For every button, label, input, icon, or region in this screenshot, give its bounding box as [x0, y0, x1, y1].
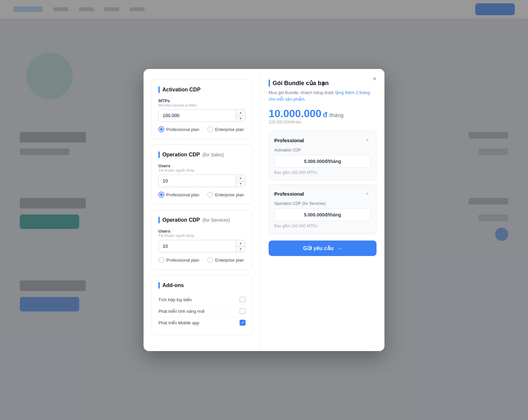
services-enterprise-radio-circle	[207, 257, 213, 263]
mtps-spinner[interactable]: 100.000 ▲ ▼	[158, 109, 246, 122]
services-users-field: Users Tài khoản người dùng 10 ▲ ▼	[158, 229, 246, 252]
modal-close-button[interactable]: ×	[370, 74, 379, 83]
services-professional-label: Professional plan	[166, 258, 199, 263]
price-currency: đ	[323, 111, 327, 119]
operation-cdp-services-title-row: Operation CDP (for Services)	[158, 217, 246, 223]
activation-professional-label: Professional plan	[166, 127, 199, 132]
submit-button[interactable]: Gửi yêu cầu →	[269, 241, 377, 256]
right-subtitle-text-normal: Mua gói Bundle, khách hàng được	[269, 90, 335, 95]
mtps-sublabel: Monthly tracked profiles	[158, 103, 246, 107]
bundle-card-1-close[interactable]: ×	[364, 190, 371, 197]
sales-professional-radio-circle	[158, 192, 164, 198]
sales-users-label: Users	[158, 163, 246, 168]
addon-label-1: Phát triển tính năng mới	[158, 309, 205, 314]
bundle-card-1-price: 5.000.000đ/tháng	[274, 209, 371, 221]
spinner-up[interactable]: ▲	[236, 110, 245, 116]
submit-label: Gửi yêu cầu	[303, 245, 333, 251]
operation-cdp-sales-title: Operation CDP	[162, 152, 200, 158]
bundle-card-0-close[interactable]: ×	[364, 137, 371, 144]
activation-enterprise-radio-circle	[207, 126, 213, 132]
right-title-row: Gói Bundle của bạn	[269, 80, 377, 87]
addon-item-0: Tích hợp tùy biến	[158, 294, 246, 306]
right-title-bar-decoration	[269, 80, 270, 87]
spinner-down[interactable]: ▼	[236, 246, 245, 252]
sales-enterprise-radio-circle	[207, 192, 213, 198]
submit-arrow-icon: →	[337, 245, 342, 251]
spinner-arrows: ▲ ▼	[236, 175, 245, 187]
activation-enterprise-radio[interactable]: Enterprise plan	[207, 126, 244, 132]
services-professional-radio[interactable]: Professional plan	[158, 257, 199, 263]
modal-left-panel: Activation CDP MTPs Monthly tracked prof…	[144, 69, 261, 351]
services-users-sublabel: Tài khoản người dùng	[158, 234, 246, 238]
mtps-field: MTPs Monthly tracked profiles 100.000 ▲ …	[158, 98, 246, 122]
bundle-card-0-includes: Bao gồm 100.000 MTPs	[274, 170, 371, 175]
spinner-up[interactable]: ▲	[236, 175, 245, 181]
bundle-card-0-header: Professional ×	[274, 137, 371, 144]
spinner-arrows: ▲ ▼	[236, 110, 245, 121]
spinner-down[interactable]: ▼	[236, 116, 245, 122]
addon-checkbox-2[interactable]	[240, 320, 246, 326]
bundle-card-0-subtitle: Activation CDP	[274, 148, 371, 152]
addons-title: Add-ons	[162, 282, 184, 288]
bundle-card-1-header: Professional ×	[274, 190, 371, 197]
title-bar-decoration	[158, 282, 160, 289]
spinner-down[interactable]: ▼	[236, 181, 245, 187]
sales-professional-radio[interactable]: Professional plan	[158, 192, 199, 198]
addon-item-1: Phát triển tính năng mới	[158, 306, 246, 317]
right-panel-title: Gói Bundle của bạn	[273, 80, 329, 87]
bundle-card-1: Professional × Operation CDP (for Servic…	[269, 184, 377, 234]
activation-plan-radio-group: Professional plan Enterprise plan	[158, 126, 246, 132]
sales-plan-radio-group: Professional plan Enterprise plan	[158, 192, 246, 198]
addons-section: Add-ons Tích hợp tùy biến Phát triển tín…	[151, 275, 252, 335]
bundle-card-1-title: Professional	[274, 191, 304, 197]
sales-users-field: Users Tài khoản người dùng 10 ▲ ▼	[158, 163, 246, 187]
services-users-label: Users	[158, 229, 246, 234]
sales-users-sublabel: Tài khoản người dùng	[158, 168, 246, 173]
operation-cdp-services-subtitle: (for Services)	[203, 217, 230, 223]
services-enterprise-label: Enterprise plan	[215, 258, 244, 263]
addon-label-0: Tích hợp tùy biến	[158, 297, 192, 302]
spinner-up[interactable]: ▲	[236, 240, 245, 246]
sales-professional-label: Professional plan	[166, 192, 199, 197]
title-bar-decoration	[158, 217, 160, 223]
addon-checkbox-1[interactable]	[240, 308, 246, 314]
activation-cdp-title-row: Activation CDP	[158, 86, 246, 93]
addon-label-2: Phát triển Mobile app	[158, 320, 199, 325]
activation-enterprise-label: Enterprise plan	[215, 127, 244, 132]
sales-users-spinner[interactable]: 10 ▲ ▼	[158, 175, 246, 187]
activation-professional-radio-circle	[158, 126, 164, 132]
services-users-value: 10	[159, 240, 236, 252]
title-bar-decoration	[158, 86, 160, 93]
activation-cdp-title: Activation CDP	[162, 87, 201, 93]
bundle-card-0: Professional × Activation CDP 5.000.000đ…	[269, 131, 377, 180]
mtps-label: MTPs	[158, 98, 246, 103]
services-users-spinner[interactable]: 10 ▲ ▼	[158, 240, 246, 252]
bundle-card-0-price: 5.000.000đ/tháng	[274, 155, 371, 168]
modal-container: × Activation CDP MTPs Monthly tracked pr…	[144, 69, 384, 351]
right-subtitle: Mua gói Bundle, khách hàng được tặng thê…	[269, 89, 377, 102]
bundle-card-0-title: Professional	[274, 138, 304, 143]
operation-cdp-sales-section: Operation CDP (for Sales) Users Tài khoả…	[151, 145, 252, 205]
addons-title-row: Add-ons	[158, 282, 246, 289]
activation-professional-radio[interactable]: Professional plan	[158, 126, 199, 132]
bundle-card-1-includes: Bao gồm 100.000 MTPs	[274, 224, 371, 228]
operation-cdp-services-section: Operation CDP (for Services) Users Tài k…	[151, 210, 252, 270]
activation-cdp-section: Activation CDP MTPs Monthly tracked prof…	[151, 80, 252, 139]
bundle-card-1-subtitle: Operation CDP (for Services)	[274, 201, 371, 206]
addon-checkbox-0[interactable]	[240, 297, 246, 303]
price-period: /tháng	[329, 113, 344, 118]
operation-cdp-sales-title-row: Operation CDP (for Sales)	[158, 151, 246, 158]
price-display: 10.000.000 đ /tháng	[269, 108, 377, 120]
sales-enterprise-label: Enterprise plan	[215, 192, 244, 197]
services-professional-radio-circle	[158, 257, 164, 263]
sales-enterprise-radio[interactable]: Enterprise plan	[207, 192, 244, 198]
services-plan-radio-group: Professional plan Enterprise plan	[158, 257, 246, 263]
price-value: 10.000.000	[269, 108, 321, 119]
addon-item-2: Phát triển Mobile app	[158, 317, 246, 328]
close-icon: ×	[373, 76, 377, 82]
modal-backdrop: × Activation CDP MTPs Monthly tracked pr…	[0, 0, 528, 420]
operation-cdp-sales-subtitle: (for Sales)	[203, 152, 224, 157]
mtps-value: 100.000	[159, 110, 236, 121]
services-enterprise-radio[interactable]: Enterprise plan	[207, 257, 244, 263]
price-annual: 120.000.000đ/năm	[269, 120, 377, 124]
